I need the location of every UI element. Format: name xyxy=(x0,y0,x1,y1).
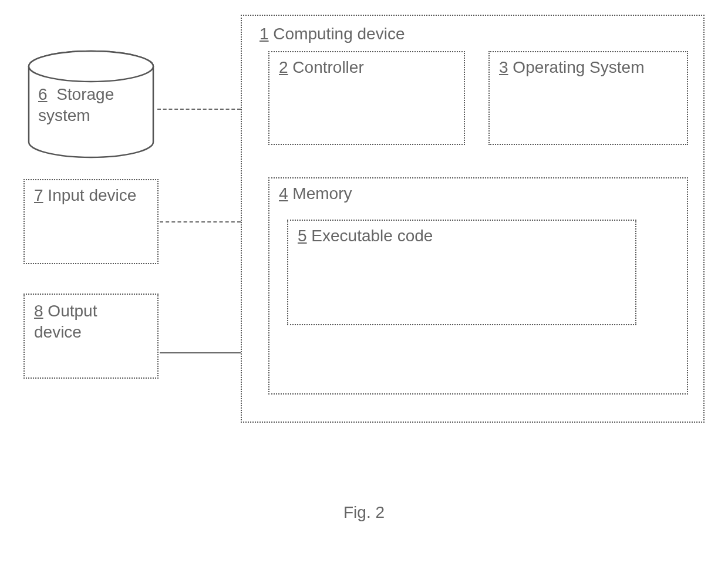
figure-caption: Fig. 2 xyxy=(0,503,728,522)
controller-block: 2 Controller xyxy=(268,51,465,145)
output-device-block: 8 Output device xyxy=(23,294,159,379)
storage-system-block: 6 Storage system xyxy=(26,50,156,159)
computing-device-label: 1 Computing device xyxy=(259,25,405,43)
operating-system-block: 3 Operating System xyxy=(488,51,688,145)
memory-block: 4 Memory 5 Executable code xyxy=(268,177,688,395)
connector-input xyxy=(160,221,241,222)
storage-system-label: 6 Storage system xyxy=(38,84,156,127)
computing-device-block: 1 Computing device 2 Controller 3 Operat… xyxy=(241,15,705,423)
connector-output xyxy=(160,352,241,353)
input-device-block: 7 Input device xyxy=(23,179,159,264)
svg-point-1 xyxy=(29,51,153,82)
executable-code-block: 5 Executable code xyxy=(287,220,636,325)
memory-label: 4 Memory xyxy=(279,184,678,203)
connector-storage xyxy=(157,109,241,110)
